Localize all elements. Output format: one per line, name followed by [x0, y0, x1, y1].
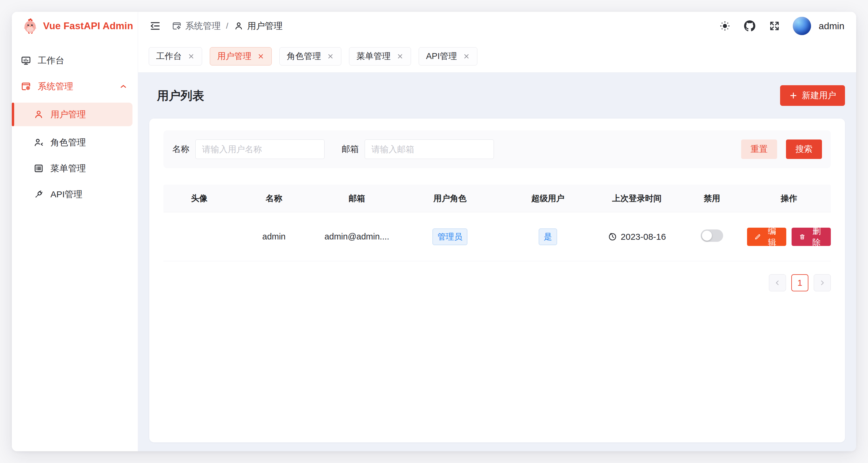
query-bar: 名称 邮箱 重置 搜索 — [163, 130, 831, 168]
tab-label: 角色管理 — [287, 51, 321, 62]
cell-superuser: 是 — [499, 229, 597, 245]
app-logo[interactable]: Vue FastAPI Admin — [12, 12, 138, 40]
delete-button[interactable]: 删除 — [792, 228, 831, 246]
sidebar-item-label: 菜单管理 — [51, 163, 86, 174]
col-disabled: 禁用 — [677, 193, 747, 204]
cell-name: admin — [235, 232, 313, 241]
cell-actions: 编辑 删除 — [747, 228, 831, 246]
table-row: admin admin@admin.... 管理员 是 2023-0 — [163, 212, 831, 261]
prev-page-button[interactable] — [769, 274, 786, 291]
tab-label: 菜单管理 — [356, 51, 391, 62]
sidebar-collapse-icon[interactable] — [149, 20, 162, 32]
cell-email: admin@admin.... — [313, 232, 401, 241]
sidebar-item-menus[interactable]: 菜单管理 — [12, 159, 135, 178]
col-role: 用户角色 — [401, 193, 499, 204]
sidebar-item-api[interactable]: API管理 — [12, 185, 135, 204]
system-window-gear-icon — [21, 81, 31, 92]
breadcrumb-separator: / — [226, 21, 228, 31]
page-header: 用户列表 新建用户 — [149, 72, 845, 119]
close-icon[interactable] — [188, 53, 195, 60]
tab-roles[interactable]: 角色管理 — [279, 47, 341, 65]
tab-label: 工作台 — [156, 51, 182, 62]
sidebar-item-label: 角色管理 — [51, 136, 86, 148]
github-icon[interactable] — [743, 20, 756, 32]
user-avatar[interactable] — [793, 17, 811, 35]
workbench-monitor-icon — [21, 55, 31, 66]
user-icon — [33, 109, 44, 120]
app-window: Vue FastAPI Admin 工作台 — [12, 12, 856, 451]
close-icon[interactable] — [257, 53, 265, 60]
sidebar-item-label: API管理 — [51, 189, 82, 201]
system-window-gear-icon — [172, 21, 182, 31]
table-header-row: 头像 名称 邮箱 用户角色 超级用户 上次登录时间 禁用 操作 — [163, 185, 831, 212]
col-avatar: 头像 — [163, 193, 235, 204]
users-table: 头像 名称 邮箱 用户角色 超级用户 上次登录时间 禁用 操作 admin ad… — [163, 185, 831, 261]
chevron-right-icon — [818, 279, 826, 287]
sidebar-item-users[interactable]: 用户管理 — [12, 103, 132, 126]
clock-history-icon — [608, 232, 617, 241]
col-name: 名称 — [235, 193, 313, 204]
pencil-icon — [754, 233, 761, 241]
chick-mascot-icon — [22, 18, 39, 34]
page-1-button[interactable]: 1 — [791, 274, 808, 291]
breadcrumb-item-users[interactable]: 用户管理 — [234, 20, 283, 32]
email-input[interactable] — [365, 139, 494, 159]
breadcrumb-item-system[interactable]: 系统管理 — [172, 20, 221, 32]
theme-sun-icon[interactable] — [718, 20, 732, 32]
new-user-button[interactable]: 新建用户 — [780, 85, 845, 106]
edit-button[interactable]: 编辑 — [747, 228, 786, 246]
close-icon[interactable] — [463, 53, 470, 60]
new-user-button-label: 新建用户 — [802, 90, 836, 101]
search-button[interactable]: 搜索 — [786, 139, 822, 159]
api-plug-icon — [33, 189, 44, 200]
toggle-knob — [702, 231, 712, 241]
top-bar: 系统管理 / 用户管理 — [138, 12, 856, 40]
breadcrumb-label: 系统管理 — [185, 20, 221, 32]
sidebar-item-label: 用户管理 — [51, 108, 86, 121]
breadcrumb-label: 用户管理 — [247, 20, 283, 32]
disabled-toggle[interactable] — [701, 229, 723, 242]
sidebar: Vue FastAPI Admin 工作台 — [12, 12, 138, 451]
sidebar-item-roles[interactable]: 角色管理 — [12, 133, 135, 152]
top-actions: admin — [718, 17, 844, 35]
reset-button[interactable]: 重置 — [741, 139, 777, 159]
app-title: Vue FastAPI Admin — [43, 20, 133, 32]
lastlogin-value: 2023-08-16 — [621, 232, 666, 242]
sidebar-item-system[interactable]: 系统管理 — [12, 77, 135, 96]
card-filler — [163, 291, 831, 431]
cell-disabled — [677, 229, 747, 244]
tab-label: API管理 — [426, 51, 457, 62]
fullscreen-icon[interactable] — [768, 20, 781, 32]
trash-icon — [799, 233, 806, 241]
cell-role: 管理员 — [401, 229, 499, 245]
tab-menus[interactable]: 菜单管理 — [349, 47, 411, 65]
role-tag: 管理员 — [433, 229, 467, 245]
tab-users[interactable]: 用户管理 — [210, 47, 272, 65]
main-area: 系统管理 / 用户管理 — [138, 12, 856, 451]
next-page-button[interactable] — [814, 274, 831, 291]
sidebar-item-workbench[interactable]: 工作台 — [12, 51, 135, 70]
col-superuser: 超级用户 — [499, 193, 597, 204]
close-icon[interactable] — [397, 53, 404, 60]
breadcrumb: 系统管理 / 用户管理 — [172, 20, 283, 32]
user-icon — [234, 21, 244, 31]
content-area: 用户列表 新建用户 名称 邮箱 重置 搜索 — [138, 72, 856, 451]
pagination: 1 — [163, 274, 831, 291]
tab-api[interactable]: API管理 — [418, 47, 477, 65]
name-input[interactable] — [195, 139, 324, 159]
page-title: 用户列表 — [157, 88, 204, 104]
tab-bar: 工作台 用户管理 角色管理 菜单管理 API管理 — [138, 40, 856, 72]
close-icon[interactable] — [327, 53, 334, 60]
col-lastlogin: 上次登录时间 — [597, 193, 677, 204]
sidebar-menu: 工作台 系统管理 — [12, 40, 138, 210]
cell-lastlogin: 2023-08-16 — [597, 232, 677, 242]
col-actions: 操作 — [747, 193, 831, 204]
sidebar-item-label: 工作台 — [38, 55, 64, 67]
sidebar-item-label: 系统管理 — [38, 80, 73, 93]
plus-icon — [789, 91, 798, 100]
col-email: 邮箱 — [313, 193, 401, 204]
edit-button-label: 编辑 — [765, 226, 779, 248]
username-label[interactable]: admin — [819, 21, 844, 32]
chevron-up-icon — [119, 82, 128, 91]
tab-workbench[interactable]: 工作台 — [149, 47, 202, 65]
